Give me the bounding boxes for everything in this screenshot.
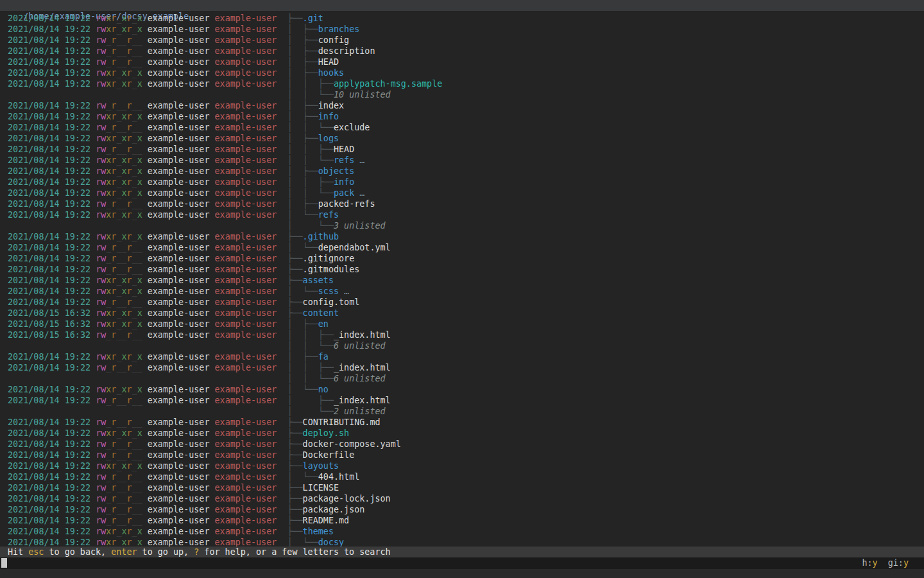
- tree-node-name[interactable]: docker-compose.yaml: [303, 439, 401, 449]
- tree-row[interactable]: 2021/08/14 19:22 rw_r__r__ example-user …: [3, 439, 924, 450]
- tree-node-name[interactable]: .github: [303, 232, 339, 241]
- tree-node-name[interactable]: 404.html: [318, 472, 360, 482]
- tree-node-name[interactable]: 2 unlisted: [334, 407, 386, 416]
- tree-row[interactable]: 2021/08/14 19:22 rwxr_xr_x example-user …: [3, 67, 924, 78]
- tree-row[interactable]: 2021/08/14 19:22 rw_r__r__ example-user …: [3, 450, 924, 460]
- tree-node-name[interactable]: scss: [318, 286, 339, 296]
- tree-node-name[interactable]: package-lock.json: [303, 494, 391, 504]
- tree-row[interactable]: 2021/08/14 19:22 rwxr_xr_x example-user …: [3, 188, 924, 198]
- tree-row[interactable]: 2021/08/14 19:22 rw_r__r__ example-user …: [3, 35, 924, 46]
- tree-node-name[interactable]: _index.html: [334, 396, 391, 405]
- tree-row[interactable]: 2021/08/14 19:22 rwxr_xr_x example-user …: [3, 177, 924, 188]
- tree-node-name[interactable]: en: [318, 319, 329, 329]
- tree-node-name[interactable]: no: [318, 385, 329, 394]
- tree-node-name[interactable]: layouts: [303, 461, 339, 471]
- tree-row[interactable]: 2021/08/14 19:22 rw_r__r__ example-user …: [3, 362, 924, 373]
- tree-row[interactable]: 2021/08/14 19:22 rwxr_xr_x example-user …: [3, 78, 924, 89]
- tree-row[interactable]: 2021/08/14 19:22 rwxr_xr_x example-user …: [3, 351, 924, 362]
- tree-node-name[interactable]: info: [334, 177, 354, 187]
- tree-row[interactable]: 2021/08/15 16:32 rwxr_xr_x example-user …: [3, 319, 924, 329]
- tree-node-name[interactable]: pack: [334, 188, 354, 198]
- tree-row[interactable]: 2021/08/14 19:22 rw_r__r__ example-user …: [3, 242, 924, 253]
- tree-node-name[interactable]: deploy.sh: [303, 428, 350, 438]
- tree-node-name[interactable]: _index.html: [334, 363, 391, 372]
- tree-row[interactable]: 2021/08/14 19:22 rwxr_xr_x example-user …: [3, 384, 924, 395]
- tree-row[interactable]: 2021/08/14 19:22 rwxr_xr_x example-user …: [3, 155, 924, 166]
- tree-row[interactable]: 2021/08/14 19:22 rw_r__r__ example-user …: [3, 57, 924, 67]
- tree-row[interactable]: 2021/08/14 19:22 rwxr_xr_x example-user …: [3, 133, 924, 144]
- tree-row[interactable]: 2021/08/14 19:22 rw_r__r__ example-user …: [3, 417, 924, 428]
- tree-node-name[interactable]: 6 unlisted: [334, 341, 386, 351]
- tree-node-name[interactable]: applypatch-msg.sample: [334, 79, 442, 89]
- tree-row[interactable]: 2021/08/14 19:22 rw_r__r__ example-user …: [3, 493, 924, 504]
- flag-gi[interactable]: gi:y: [888, 558, 909, 568]
- tree-row[interactable]: 2021/08/15 16:32 rw_r__r__ example-user …: [3, 329, 924, 340]
- tree-row[interactable]: │ │ └──10 unlisted: [3, 89, 924, 100]
- tree-row[interactable]: │ └──2 unlisted: [3, 406, 924, 417]
- tree-row[interactable]: 2021/08/14 19:22 rwxr_xr_x example-user …: [3, 275, 924, 286]
- tree-node-name[interactable]: content: [303, 308, 339, 318]
- tree-node-name[interactable]: logs: [318, 134, 339, 143]
- tree-row[interactable]: 2021/08/14 19:22 rw_r__r__ example-user …: [3, 100, 924, 111]
- tree-row[interactable]: 2021/08/14 19:22 rwxr_xr_x example-user …: [3, 526, 924, 537]
- tree-node-name[interactable]: 6 unlisted: [334, 374, 386, 383]
- tree-node-name[interactable]: index: [318, 101, 344, 110]
- flag-h[interactable]: h:y: [862, 558, 877, 568]
- tree-node-name[interactable]: exclude: [334, 123, 370, 132]
- tree-row[interactable]: 2021/08/14 19:22 rw_r__r__ example-user …: [3, 504, 924, 515]
- tree-node-name[interactable]: packed-refs: [318, 199, 375, 209]
- text-cursor[interactable]: [1, 558, 7, 568]
- tree-row[interactable]: 2021/08/14 19:22 rw_r__r__ example-user …: [3, 395, 924, 406]
- tree-row[interactable]: 2021/08/14 19:22 rwxr_xr_x example-user …: [3, 231, 924, 242]
- tree-node-name[interactable]: LICENSE: [303, 483, 339, 493]
- tree-row[interactable]: 2021/08/15 16:32 rwxr_xr_x example-user …: [3, 308, 924, 319]
- tree-node-name[interactable]: docsy: [318, 538, 344, 547]
- tree-node-name[interactable]: themes: [303, 527, 334, 536]
- tree-row[interactable]: 2021/08/14 19:22 rw_r__r__ example-user …: [3, 482, 924, 493]
- tree-row[interactable]: 2021/08/14 19:22 rw_r__r__ example-user …: [3, 264, 924, 275]
- tree-node-name[interactable]: fa: [318, 352, 329, 362]
- input-bar[interactable]: h:y gi:y: [0, 557, 924, 569]
- tree-row[interactable]: 2021/08/14 19:22 rwxr_xr_x example-user …: [3, 166, 924, 177]
- tree-node-name[interactable]: .gitmodules: [303, 265, 360, 274]
- tree-row[interactable]: 2021/08/14 19:22 rw_r__r__ example-user …: [3, 297, 924, 308]
- tree-row[interactable]: 2021/08/14 19:22 rw_r__r__ example-user …: [3, 253, 924, 264]
- tree-node-name[interactable]: _index.html: [334, 330, 391, 340]
- tree-node-name[interactable]: dependabot.yml: [318, 243, 391, 252]
- tree-node-name[interactable]: refs: [318, 210, 339, 220]
- tree-node-name[interactable]: config: [318, 35, 349, 45]
- tree-row[interactable]: 2021/08/14 19:22 rwxr_xr_x example-user …: [3, 286, 924, 297]
- tree-node-name[interactable]: 3 unlisted: [334, 221, 386, 231]
- tree-row[interactable]: 2021/08/14 19:22 rwxr_xr_x example-user …: [3, 24, 924, 35]
- tree-row[interactable]: 2021/08/14 19:22 rwxr_xr_x example-user …: [3, 428, 924, 439]
- tree-row[interactable]: 2021/08/14 19:22 rwxr_xr_x example-user …: [3, 209, 924, 220]
- tree-node-name[interactable]: .git: [303, 13, 323, 23]
- tree-row[interactable]: 2021/08/14 19:22 rwxr_xr_x example-user …: [3, 111, 924, 122]
- tree-node-name[interactable]: branches: [318, 24, 360, 34]
- tree-node-name[interactable]: package.json: [303, 505, 365, 514]
- tree-row[interactable]: 2021/08/14 19:22 rw_r__r__ example-user …: [3, 46, 924, 57]
- tree-node-name[interactable]: HEAD: [318, 57, 339, 67]
- tree-row[interactable]: 2021/08/14 19:22 rwxr_xr_x example-user …: [3, 460, 924, 471]
- tree-row[interactable]: │ │ └──6 unlisted: [3, 340, 924, 351]
- tree-row[interactable]: 2021/08/14 19:22 rw_r__r__ example-user …: [3, 198, 924, 209]
- tree-row[interactable]: 2021/08/14 19:22 rw_r__r__ example-user …: [3, 144, 924, 155]
- tree-node-name[interactable]: refs: [334, 155, 354, 165]
- tree-node-name[interactable]: info: [318, 112, 339, 121]
- tree-row[interactable]: │ └──3 unlisted: [3, 220, 924, 231]
- tree-row[interactable]: │ │ └──6 unlisted: [3, 373, 924, 384]
- tree-node-name[interactable]: HEAD: [334, 144, 354, 154]
- tree-row[interactable]: 2021/08/14 19:22 rw_r__r__ example-user …: [3, 515, 924, 526]
- tree-row[interactable]: 2021/08/14 19:22 rw_r__r__ example-user …: [3, 122, 924, 133]
- tree-node-name[interactable]: CONTRIBUTING.md: [303, 417, 381, 427]
- tree-node-name[interactable]: config.toml: [303, 297, 360, 307]
- tree-node-name[interactable]: README.md: [303, 516, 350, 525]
- tree-node-name[interactable]: objects: [318, 166, 354, 176]
- tree-row[interactable]: 2021/08/14 19:22 rw_r__r__ example-user …: [3, 471, 924, 482]
- tree-node-name[interactable]: description: [318, 46, 375, 56]
- tree-node-name[interactable]: Dockerfile: [303, 450, 355, 460]
- tree-node-name[interactable]: hooks: [318, 68, 344, 78]
- tree-node-name[interactable]: 10 unlisted: [334, 90, 391, 100]
- tree-row[interactable]: 2021/08/14 19:22 rwxr_xr_x example-user …: [3, 13, 924, 24]
- tree-node-name[interactable]: .gitignore: [303, 254, 355, 263]
